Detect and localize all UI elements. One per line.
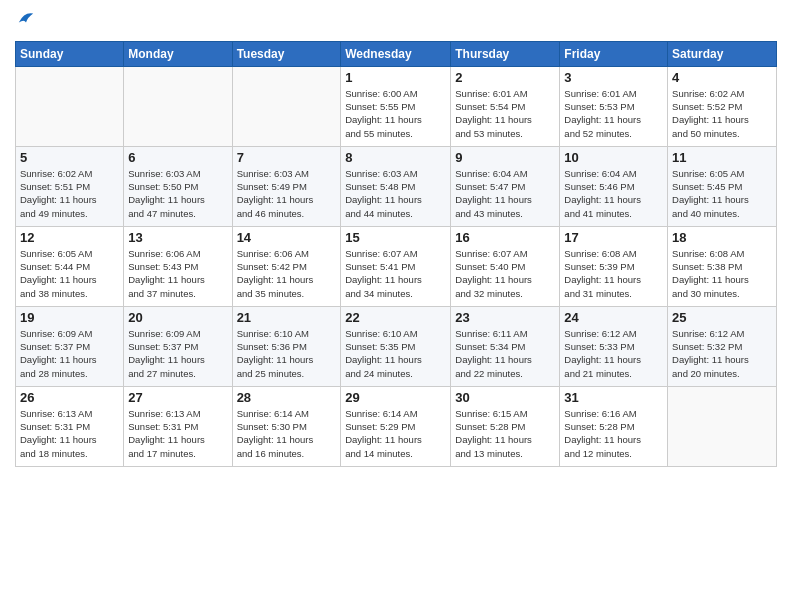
day-info: Sunrise: 6:10 AM Sunset: 5:35 PM Dayligh… [345,327,446,380]
day-number: 28 [237,390,337,405]
calendar-cell: 15Sunrise: 6:07 AM Sunset: 5:41 PM Dayli… [341,226,451,306]
calendar-cell: 13Sunrise: 6:06 AM Sunset: 5:43 PM Dayli… [124,226,232,306]
calendar-cell: 21Sunrise: 6:10 AM Sunset: 5:36 PM Dayli… [232,306,341,386]
day-number: 17 [564,230,663,245]
day-number: 19 [20,310,119,325]
day-number: 20 [128,310,227,325]
calendar-cell: 26Sunrise: 6:13 AM Sunset: 5:31 PM Dayli… [16,386,124,466]
calendar-cell: 16Sunrise: 6:07 AM Sunset: 5:40 PM Dayli… [451,226,560,306]
calendar-cell: 3Sunrise: 6:01 AM Sunset: 5:53 PM Daylig… [560,66,668,146]
day-number: 18 [672,230,772,245]
day-number: 23 [455,310,555,325]
calendar-cell: 14Sunrise: 6:06 AM Sunset: 5:42 PM Dayli… [232,226,341,306]
calendar-cell: 19Sunrise: 6:09 AM Sunset: 5:37 PM Dayli… [16,306,124,386]
day-info: Sunrise: 6:06 AM Sunset: 5:42 PM Dayligh… [237,247,337,300]
day-number: 9 [455,150,555,165]
day-number: 29 [345,390,446,405]
calendar-cell: 7Sunrise: 6:03 AM Sunset: 5:49 PM Daylig… [232,146,341,226]
day-number: 27 [128,390,227,405]
calendar-cell: 31Sunrise: 6:16 AM Sunset: 5:28 PM Dayli… [560,386,668,466]
calendar-cell: 11Sunrise: 6:05 AM Sunset: 5:45 PM Dayli… [668,146,777,226]
day-number: 21 [237,310,337,325]
day-number: 4 [672,70,772,85]
calendar-cell: 29Sunrise: 6:14 AM Sunset: 5:29 PM Dayli… [341,386,451,466]
logo [15,10,35,33]
day-number: 14 [237,230,337,245]
day-number: 22 [345,310,446,325]
calendar-cell: 12Sunrise: 6:05 AM Sunset: 5:44 PM Dayli… [16,226,124,306]
day-number: 10 [564,150,663,165]
day-number: 30 [455,390,555,405]
day-number: 8 [345,150,446,165]
calendar-header-row: SundayMondayTuesdayWednesdayThursdayFrid… [16,41,777,66]
day-number: 25 [672,310,772,325]
day-number: 7 [237,150,337,165]
calendar-cell [668,386,777,466]
calendar-day-header: Wednesday [341,41,451,66]
header [15,10,777,33]
calendar-cell: 17Sunrise: 6:08 AM Sunset: 5:39 PM Dayli… [560,226,668,306]
calendar-day-header: Saturday [668,41,777,66]
calendar-cell: 2Sunrise: 6:01 AM Sunset: 5:54 PM Daylig… [451,66,560,146]
calendar-week-row: 12Sunrise: 6:05 AM Sunset: 5:44 PM Dayli… [16,226,777,306]
day-number: 3 [564,70,663,85]
day-number: 16 [455,230,555,245]
day-info: Sunrise: 6:12 AM Sunset: 5:33 PM Dayligh… [564,327,663,380]
day-info: Sunrise: 6:07 AM Sunset: 5:40 PM Dayligh… [455,247,555,300]
calendar-body: 1Sunrise: 6:00 AM Sunset: 5:55 PM Daylig… [16,66,777,466]
calendar-cell: 23Sunrise: 6:11 AM Sunset: 5:34 PM Dayli… [451,306,560,386]
day-number: 11 [672,150,772,165]
calendar-cell: 9Sunrise: 6:04 AM Sunset: 5:47 PM Daylig… [451,146,560,226]
calendar-week-row: 1Sunrise: 6:00 AM Sunset: 5:55 PM Daylig… [16,66,777,146]
calendar-cell: 30Sunrise: 6:15 AM Sunset: 5:28 PM Dayli… [451,386,560,466]
day-number: 5 [20,150,119,165]
day-info: Sunrise: 6:04 AM Sunset: 5:46 PM Dayligh… [564,167,663,220]
day-number: 2 [455,70,555,85]
day-info: Sunrise: 6:07 AM Sunset: 5:41 PM Dayligh… [345,247,446,300]
calendar-cell: 22Sunrise: 6:10 AM Sunset: 5:35 PM Dayli… [341,306,451,386]
calendar-week-row: 5Sunrise: 6:02 AM Sunset: 5:51 PM Daylig… [16,146,777,226]
calendar-cell: 24Sunrise: 6:12 AM Sunset: 5:33 PM Dayli… [560,306,668,386]
day-info: Sunrise: 6:16 AM Sunset: 5:28 PM Dayligh… [564,407,663,460]
day-info: Sunrise: 6:01 AM Sunset: 5:54 PM Dayligh… [455,87,555,140]
calendar-cell: 25Sunrise: 6:12 AM Sunset: 5:32 PM Dayli… [668,306,777,386]
calendar-table: SundayMondayTuesdayWednesdayThursdayFrid… [15,41,777,467]
calendar-day-header: Tuesday [232,41,341,66]
day-info: Sunrise: 6:11 AM Sunset: 5:34 PM Dayligh… [455,327,555,380]
day-info: Sunrise: 6:03 AM Sunset: 5:50 PM Dayligh… [128,167,227,220]
day-number: 24 [564,310,663,325]
calendar-cell: 4Sunrise: 6:02 AM Sunset: 5:52 PM Daylig… [668,66,777,146]
day-info: Sunrise: 6:05 AM Sunset: 5:44 PM Dayligh… [20,247,119,300]
day-info: Sunrise: 6:13 AM Sunset: 5:31 PM Dayligh… [128,407,227,460]
logo-bird-icon [17,10,35,28]
day-info: Sunrise: 6:14 AM Sunset: 5:30 PM Dayligh… [237,407,337,460]
calendar-cell: 10Sunrise: 6:04 AM Sunset: 5:46 PM Dayli… [560,146,668,226]
day-number: 15 [345,230,446,245]
day-number: 6 [128,150,227,165]
day-info: Sunrise: 6:09 AM Sunset: 5:37 PM Dayligh… [128,327,227,380]
day-info: Sunrise: 6:06 AM Sunset: 5:43 PM Dayligh… [128,247,227,300]
day-info: Sunrise: 6:04 AM Sunset: 5:47 PM Dayligh… [455,167,555,220]
calendar-day-header: Friday [560,41,668,66]
day-info: Sunrise: 6:08 AM Sunset: 5:39 PM Dayligh… [564,247,663,300]
day-info: Sunrise: 6:12 AM Sunset: 5:32 PM Dayligh… [672,327,772,380]
day-info: Sunrise: 6:10 AM Sunset: 5:36 PM Dayligh… [237,327,337,380]
day-info: Sunrise: 6:08 AM Sunset: 5:38 PM Dayligh… [672,247,772,300]
calendar-cell: 1Sunrise: 6:00 AM Sunset: 5:55 PM Daylig… [341,66,451,146]
logo-text [15,10,35,33]
day-info: Sunrise: 6:02 AM Sunset: 5:51 PM Dayligh… [20,167,119,220]
page-container: SundayMondayTuesdayWednesdayThursdayFrid… [0,0,792,477]
calendar-day-header: Monday [124,41,232,66]
calendar-day-header: Thursday [451,41,560,66]
day-info: Sunrise: 6:13 AM Sunset: 5:31 PM Dayligh… [20,407,119,460]
day-number: 1 [345,70,446,85]
calendar-week-row: 26Sunrise: 6:13 AM Sunset: 5:31 PM Dayli… [16,386,777,466]
calendar-cell: 27Sunrise: 6:13 AM Sunset: 5:31 PM Dayli… [124,386,232,466]
calendar-cell [124,66,232,146]
calendar-cell: 20Sunrise: 6:09 AM Sunset: 5:37 PM Dayli… [124,306,232,386]
day-info: Sunrise: 6:03 AM Sunset: 5:48 PM Dayligh… [345,167,446,220]
calendar-cell [16,66,124,146]
calendar-cell: 6Sunrise: 6:03 AM Sunset: 5:50 PM Daylig… [124,146,232,226]
day-info: Sunrise: 6:01 AM Sunset: 5:53 PM Dayligh… [564,87,663,140]
day-number: 26 [20,390,119,405]
